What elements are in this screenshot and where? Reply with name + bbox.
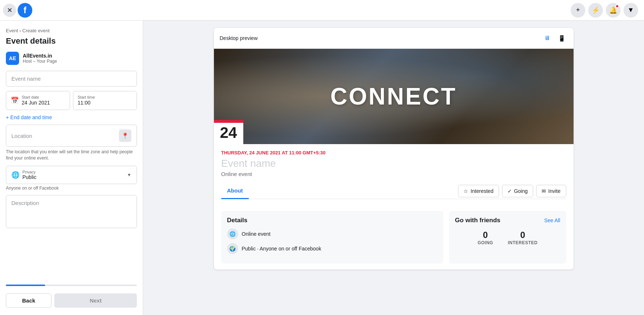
messenger-button[interactable]: ⚡	[588, 3, 603, 18]
start-time-field[interactable]: Start time 11:00	[73, 91, 137, 110]
breadcrumb: Event › Create event	[6, 28, 137, 33]
location-pin-button[interactable]: 📍	[119, 129, 131, 142]
friends-stats: 0 GOING 0 INTERESTED	[455, 230, 560, 245]
start-time-label: Start time	[78, 95, 95, 99]
event-date-string: THURSDAY, 24 JUNE 2021 AT 11:00 GMT+5:30	[221, 150, 566, 155]
see-all-link[interactable]: See All	[544, 217, 560, 223]
left-panel: Event › Create event Event details AE Al…	[0, 21, 143, 315]
globe-detail-icon: 🌐	[227, 228, 238, 239]
notification-dot	[615, 4, 619, 8]
desktop-view-button[interactable]: 🖥	[541, 32, 553, 44]
badge-day: 24	[214, 124, 243, 141]
page-title: Event details	[6, 36, 137, 46]
mobile-view-button[interactable]: 📱	[556, 32, 568, 44]
going-label: Going	[514, 188, 528, 194]
world-detail-icon: 🌍	[227, 243, 238, 254]
mobile-icon: 📱	[558, 35, 565, 42]
nav-icons: + ⚡ 🔔 ▼	[571, 3, 638, 18]
privacy-field[interactable]: 🌐 Privacy Public ▼	[6, 166, 137, 184]
right-panel: Desktop preview 🖥 📱 CONNECT	[143, 21, 644, 315]
tab-about[interactable]: About	[221, 183, 249, 199]
back-button[interactable]: Back	[6, 293, 51, 308]
privacy-info: Privacy Public	[22, 170, 127, 180]
preview-title: Desktop preview	[220, 35, 258, 41]
badge-month-bar	[214, 120, 243, 123]
interested-count: 0	[508, 230, 538, 240]
desktop-icon: 🖥	[544, 35, 550, 41]
description-group	[6, 195, 137, 230]
start-date-value: 24 Jun 2021	[22, 100, 50, 106]
online-event-text: Online event	[242, 231, 271, 237]
host-row: AE AllEvents.in Host – Your Page	[6, 52, 137, 65]
location-hint: The location that you enter will set the…	[6, 149, 137, 161]
going-stat-label: GOING	[477, 240, 493, 245]
calendar-icon: 📅	[11, 96, 19, 105]
preview-header: Desktop preview 🖥 📱	[214, 28, 574, 49]
event-action-buttons: ☆ Interested ✓ Going ✉ Invite	[458, 185, 566, 197]
privacy-globe-icon: 🌐	[11, 171, 19, 179]
location-field: 📍	[6, 125, 137, 147]
location-input[interactable]	[11, 133, 119, 139]
event-name-preview: Event name	[221, 158, 566, 169]
friends-card-header: Go with friends See All	[455, 217, 560, 224]
detail-row-privacy: 🌍 Public · Anyone on or off Facebook	[227, 243, 437, 254]
pin-icon: 📍	[121, 132, 129, 139]
interested-stat-label: INTERESTED	[508, 240, 538, 245]
privacy-hint: Anyone on or off Facebook	[6, 186, 137, 191]
going-stat: 0 GOING	[477, 230, 493, 245]
interested-button[interactable]: ☆ Interested	[458, 185, 499, 197]
host-name: AllEvents.in	[23, 53, 57, 59]
menu-icon: ▼	[627, 6, 634, 14]
privacy-detail-text: Public · Anyone on or off Facebook	[242, 246, 321, 252]
next-button: Next	[54, 293, 137, 308]
dropdown-arrow-icon: ▼	[127, 172, 131, 177]
facebook-logo: f	[18, 3, 32, 18]
preview-view-icons: 🖥 📱	[541, 32, 568, 44]
friends-card-title: Go with friends	[455, 217, 501, 224]
start-time-value: 11:00	[78, 100, 91, 106]
event-banner-text: CONNECT	[330, 83, 456, 110]
progress-bar-container	[6, 285, 137, 290]
start-date-label: Start date	[22, 95, 50, 99]
main-layout: Event › Create event Event details AE Al…	[0, 21, 644, 315]
plus-icon: +	[576, 6, 580, 14]
close-button[interactable]: ✕	[3, 4, 16, 17]
fb-letter: f	[23, 5, 26, 15]
end-date-link[interactable]: + End date and time	[6, 114, 137, 120]
add-button[interactable]: +	[571, 3, 585, 18]
interested-label: Interested	[470, 188, 493, 194]
event-date-badge: 24	[214, 120, 243, 144]
going-button[interactable]: ✓ Going	[502, 185, 533, 197]
messenger-icon: ⚡	[592, 6, 600, 14]
interested-stat: 0 INTERESTED	[508, 230, 538, 245]
notifications-button[interactable]: 🔔	[606, 3, 621, 18]
invite-label: Invite	[548, 188, 560, 194]
date-field-info: Start date 24 Jun 2021	[22, 95, 50, 106]
menu-button[interactable]: ▼	[623, 3, 638, 18]
event-tabs: About ☆ Interested ✓ Going ✉ Invite	[221, 183, 566, 199]
details-title: Details	[227, 217, 437, 224]
start-date-field[interactable]: 📅 Start date 24 Jun 2021	[6, 91, 70, 110]
privacy-label: Privacy	[22, 170, 127, 174]
close-icon: ✕	[7, 6, 12, 14]
privacy-value: Public	[22, 174, 127, 180]
fb-logo-area: ✕ f	[3, 3, 32, 18]
description-input[interactable]	[6, 195, 137, 228]
going-count: 0	[477, 230, 493, 240]
friends-card: Go with friends See All 0 GOING 0 INTERE…	[449, 211, 566, 264]
top-nav: ✕ f + ⚡ 🔔 ▼	[0, 0, 644, 21]
event-name-input[interactable]	[6, 71, 137, 87]
check-icon: ✓	[507, 188, 512, 194]
invite-button[interactable]: ✉ Invite	[536, 185, 566, 197]
time-field-info: Start time 11:00	[78, 95, 95, 106]
envelope-icon: ✉	[542, 188, 546, 194]
event-info: THURSDAY, 24 JUNE 2021 AT 11:00 GMT+5:30…	[214, 144, 574, 205]
host-avatar: AE	[6, 52, 19, 65]
event-body: Details 🌐 Online event 🌍 Public · Anyone…	[214, 205, 574, 270]
details-card: Details 🌐 Online event 🌍 Public · Anyone…	[221, 211, 443, 264]
star-icon: ☆	[463, 188, 468, 194]
action-buttons: Back Next	[6, 293, 137, 308]
detail-row-online: 🌐 Online event	[227, 228, 437, 239]
host-subtitle: Host – Your Page	[23, 59, 57, 64]
event-banner-overlay: CONNECT	[214, 49, 574, 144]
